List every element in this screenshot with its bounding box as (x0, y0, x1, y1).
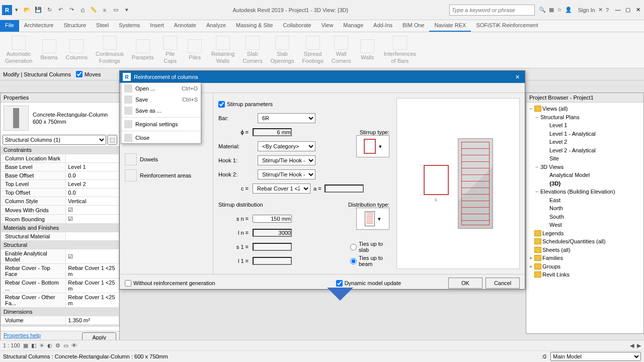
maximize-icon[interactable]: ▢ (624, 7, 632, 13)
prop-value[interactable]: Rebar Cover 1 <25 m (66, 279, 119, 293)
cancel-button[interactable]: Cancel (486, 278, 520, 289)
ribbon-spread-footings[interactable]: Spread Footings (299, 34, 326, 66)
prop-value[interactable]: Vertical (66, 197, 119, 206)
tab-massing-site[interactable]: Massing & Site (231, 20, 278, 32)
ties-beam-radio[interactable] (350, 258, 357, 264)
save-icon[interactable]: 💾 (33, 5, 43, 15)
dynamic-update-checkbox[interactable] (336, 280, 343, 287)
tree-item[interactable]: East (528, 196, 641, 205)
prop-value[interactable] (66, 232, 119, 241)
visual-style-icon[interactable]: ◧ (31, 342, 36, 349)
tree-item[interactable]: Schedules/Quantities (all) (528, 237, 641, 246)
ribbon-wall-corners[interactable]: Wall Corners (329, 34, 354, 66)
tree-item[interactable]: +Families (528, 254, 641, 262)
menu-open-[interactable]: Open ...Ctrl+O (121, 83, 201, 94)
tree-item[interactable]: Level 2 (528, 138, 641, 146)
prop-value[interactable]: ☑ (66, 215, 119, 224)
tab-insert[interactable]: Insert (145, 20, 169, 32)
user-icon[interactable]: 👤 (565, 7, 572, 13)
tree-item[interactable]: Level 1 (528, 121, 641, 130)
type-selector[interactable]: Concrete-Rectangular-Column 600 x 750mm (1, 103, 119, 134)
sidebar-item-dowels[interactable]: Dowels (123, 151, 210, 167)
measure-icon[interactable]: 📏 (89, 5, 99, 15)
ribbon-retaining-walls[interactable]: Retaining Walls (208, 34, 237, 66)
hook2-select[interactable]: Stirrup/Tie Hook -1 (258, 169, 315, 179)
prop-value[interactable] (66, 154, 119, 163)
tree-item[interactable]: Analytical Model (528, 171, 641, 179)
ties-slab-radio[interactable] (350, 244, 357, 250)
ribbon-walls[interactable]: Walls (356, 34, 379, 66)
undo-icon[interactable]: ↶ (55, 5, 65, 15)
menu-close[interactable]: Close (121, 132, 201, 143)
switch-windows-icon[interactable]: ▾ (122, 5, 132, 15)
tab-bim-one[interactable]: BIM One (397, 20, 429, 32)
tree-item[interactable]: −Structural Plans (528, 113, 641, 122)
sync-icon[interactable]: ↻ (44, 5, 54, 15)
redo-icon[interactable]: ↷ (66, 5, 76, 15)
tree-item[interactable]: Site (528, 154, 641, 163)
tree-item[interactable]: −Elevations (Building Elevation) (528, 188, 641, 196)
ribbon-beams[interactable]: Beams (37, 34, 60, 66)
ribbon-slab-corners[interactable]: Slab Corners (239, 34, 265, 66)
workset-select[interactable]: Main Model (550, 352, 641, 361)
thin-lines-icon[interactable]: ≡ (100, 5, 110, 15)
ribbon-pile-caps[interactable]: Pile Caps (159, 34, 182, 66)
cover-select[interactable]: Rebar Cover 1 <25 mm (253, 184, 310, 194)
ribbon-parapets[interactable]: Parapets (129, 34, 157, 66)
crop-icon[interactable]: ▭ (63, 342, 68, 349)
ribbon-slab-openings[interactable]: Slab Openings (267, 34, 297, 66)
tree-item[interactable]: West (528, 221, 641, 229)
prop-value[interactable]: ☑ (66, 206, 119, 215)
prop-value[interactable]: Level 2 (66, 180, 119, 189)
dialog-close-icon[interactable]: ✕ (513, 74, 522, 80)
ribbon-piles[interactable]: Piles (184, 34, 206, 66)
minimize-icon[interactable]: — (614, 7, 622, 13)
edit-type-button[interactable]: ⬚ (107, 135, 117, 145)
hook1-select[interactable]: Stirrup/Tie Hook -1 (258, 155, 315, 165)
prop-value[interactable]: 0.0 (66, 171, 119, 180)
tree-item[interactable]: {3D} (528, 179, 641, 188)
tree-item[interactable]: Sheets (all) (528, 246, 641, 254)
menu-save[interactable]: SaveCtrl+S (121, 94, 201, 105)
open-icon[interactable]: 📂 (22, 5, 32, 15)
tree-item[interactable]: Level 2 - Analytical (528, 146, 641, 155)
ribbon-interferences-of-bars[interactable]: Interferences of Bars (381, 34, 419, 66)
tab-architecture[interactable]: Architecture (19, 20, 59, 32)
search-icon[interactable]: 🔍 (539, 7, 546, 13)
search-input[interactable] (449, 5, 535, 16)
scale-label[interactable]: 1 : 100 (3, 342, 20, 348)
close-icon[interactable]: ✕ (634, 7, 642, 13)
print-icon[interactable]: ⎙ (77, 5, 88, 15)
ribbon-columns[interactable]: Columns (63, 34, 91, 66)
tab-naviate-rex[interactable]: Naviate REX (429, 20, 471, 32)
sn-input[interactable] (253, 215, 292, 223)
material-select[interactable]: <By Category> (258, 141, 315, 151)
tab-steel[interactable]: Steel (91, 20, 114, 32)
sun-path-icon[interactable]: ☀ (39, 342, 44, 349)
tab-annotate[interactable]: Annotate (169, 20, 201, 32)
tree-item[interactable]: South (528, 213, 641, 221)
sub-icon[interactable]: ▦ (549, 7, 554, 13)
tree-item[interactable]: North (528, 204, 641, 213)
prop-value[interactable]: Level 1 (66, 163, 119, 171)
tree-item[interactable]: Level 1 - Analytical (528, 130, 641, 138)
tab-collaborate[interactable]: Collaborate (278, 20, 316, 32)
prop-value[interactable]: 1.350 m³ (66, 316, 119, 325)
distribution-type-selector[interactable]: ▾ (356, 208, 389, 230)
tab-add-ins[interactable]: Add-Ins (368, 20, 397, 32)
menu-save-as-[interactable]: Save as ... (121, 105, 201, 116)
bar-select[interactable]: 6R (258, 113, 315, 123)
ribbon-automatic-generation[interactable]: Automatic Generation (2, 34, 35, 66)
shadows-icon[interactable]: ◐ (47, 342, 52, 349)
rendering-icon[interactable]: ⚙ (55, 342, 60, 349)
without-gen-checkbox[interactable] (125, 280, 131, 287)
signin-link[interactable]: Sign In (578, 7, 595, 13)
tab-manage[interactable]: Manage (338, 20, 368, 32)
tree-item[interactable]: +Groups (528, 262, 641, 271)
star-icon[interactable]: ☆ (557, 7, 562, 13)
menu-regional-settings[interactable]: Regional settings (121, 119, 201, 130)
prop-value[interactable]: Rebar Cover 1 <25 m (66, 293, 119, 308)
prop-value[interactable]: 0.0 (66, 189, 119, 197)
moves-with-grids-checkbox[interactable] (76, 71, 83, 77)
instance-filter[interactable]: Structural Columns (1) (3, 135, 106, 145)
